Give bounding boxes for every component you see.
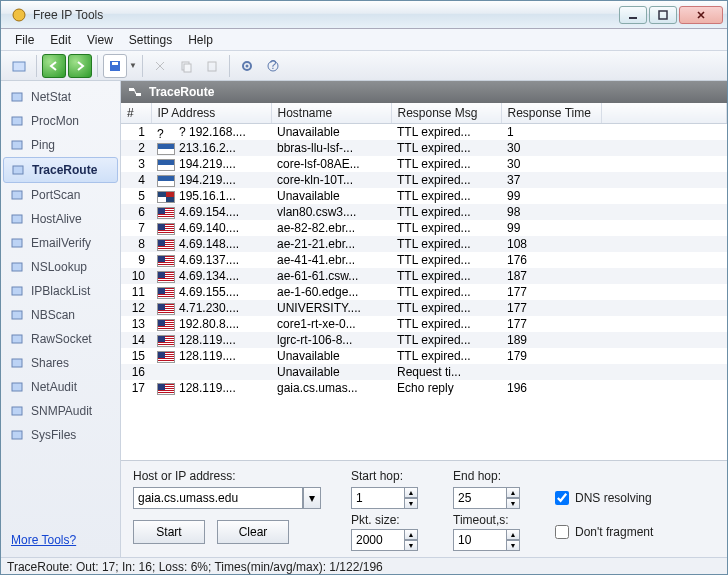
menu-help[interactable]: Help	[180, 31, 221, 49]
copy-icon[interactable]	[174, 54, 198, 78]
pkt-size-input[interactable]	[351, 529, 405, 551]
cell-ip: 194.219....	[151, 172, 271, 188]
cell-msg: Echo reply	[391, 380, 501, 396]
table-row[interactable]: 114.69.155....ae-1-60.edge...TTL expired…	[121, 284, 727, 300]
traceroute-icon	[127, 84, 143, 100]
host-dropdown-icon[interactable]: ▾	[303, 487, 321, 509]
dns-checkbox[interactable]	[555, 491, 569, 505]
back-button[interactable]	[42, 54, 66, 78]
cut-icon[interactable]	[148, 54, 172, 78]
sidebar-item-ping[interactable]: Ping	[3, 133, 118, 157]
forward-button[interactable]	[68, 54, 92, 78]
fragment-checkbox-row[interactable]: Don't fragment	[555, 525, 715, 539]
save-button[interactable]	[103, 54, 127, 78]
sidebar-item-label: ProcMon	[31, 114, 79, 128]
cell-time: 1	[501, 124, 601, 141]
col-time[interactable]: Response Time	[501, 103, 601, 124]
table-row[interactable]: 13192.80.8....core1-rt-xe-0...TTL expire…	[121, 316, 727, 332]
save-dropdown-icon[interactable]: ▼	[129, 61, 137, 70]
maximize-button[interactable]	[649, 6, 677, 24]
clear-button[interactable]: Clear	[217, 520, 289, 544]
close-button[interactable]	[679, 6, 723, 24]
sidebar-item-nbscan[interactable]: NBScan	[3, 303, 118, 327]
gear-icon[interactable]	[235, 54, 259, 78]
sidebar-item-label: HostAlive	[31, 212, 82, 226]
col-ip[interactable]: IP Address	[151, 103, 271, 124]
table-row[interactable]: 5195.16.1...UnavailableTTL expired...99	[121, 188, 727, 204]
host-input[interactable]	[133, 487, 303, 509]
home-icon[interactable]	[7, 54, 31, 78]
sidebar-item-rawsocket[interactable]: RawSocket	[3, 327, 118, 351]
cell-msg: TTL expired...	[391, 284, 501, 300]
paste-icon[interactable]	[200, 54, 224, 78]
menu-settings[interactable]: Settings	[121, 31, 180, 49]
col-number[interactable]: #	[121, 103, 151, 124]
timeout-down[interactable]: ▼	[506, 540, 520, 551]
svg-rect-17	[12, 191, 22, 199]
pkt-down[interactable]: ▼	[404, 540, 418, 551]
sidebar-item-label: PortScan	[31, 188, 80, 202]
sidebar-item-netaudit[interactable]: NetAudit	[3, 375, 118, 399]
start-hop-input[interactable]	[351, 487, 405, 509]
col-host[interactable]: Hostname	[271, 103, 391, 124]
table-row[interactable]: 17128.119....gaia.cs.umas...Echo reply19…	[121, 380, 727, 396]
table-row[interactable]: 64.69.154....vlan80.csw3....TTL expired.…	[121, 204, 727, 220]
end-hop-up[interactable]: ▲	[506, 487, 520, 498]
sidebar-item-ipblacklist[interactable]: IPBlackList	[3, 279, 118, 303]
timeout-up[interactable]: ▲	[506, 529, 520, 540]
content: TraceRoute # IP Address Hostname Respons…	[121, 81, 727, 557]
table-row[interactable]: 2213.16.2...bbras-llu-lsf-...TTL expired…	[121, 140, 727, 156]
sidebar-icon	[9, 113, 25, 129]
cell-msg: TTL expired...	[391, 332, 501, 348]
cell-n: 13	[121, 316, 151, 332]
table-row[interactable]: 15128.119....UnavailableTTL expired...17…	[121, 348, 727, 364]
table-row[interactable]: 124.71.230....UNIVERSITY....TTL expired.…	[121, 300, 727, 316]
more-tools-link[interactable]: More Tools?	[3, 527, 118, 553]
pkt-up[interactable]: ▲	[404, 529, 418, 540]
svg-rect-28	[129, 88, 134, 91]
table-row[interactable]: 3194.219....core-lsf-08AE...TTL expired.…	[121, 156, 727, 172]
table-row[interactable]: 1?? 192.168....UnavailableTTL expired...…	[121, 124, 727, 141]
flag-icon	[157, 143, 175, 155]
end-hop-input[interactable]	[453, 487, 507, 509]
menu-edit[interactable]: Edit	[42, 31, 79, 49]
table-row[interactable]: 104.69.134....ae-61-61.csw...TTL expired…	[121, 268, 727, 284]
dns-checkbox-row[interactable]: DNS resolving	[555, 491, 715, 505]
sidebar-item-shares[interactable]: Shares	[3, 351, 118, 375]
menu-view[interactable]: View	[79, 31, 121, 49]
start-button[interactable]: Start	[133, 520, 205, 544]
table-row[interactable]: 94.69.137....ae-41-41.ebr...TTL expired.…	[121, 252, 727, 268]
fragment-checkbox[interactable]	[555, 525, 569, 539]
cell-host: Unavailable	[271, 364, 391, 380]
sidebar-item-nslookup[interactable]: NSLookup	[3, 255, 118, 279]
menu-bar: File Edit View Settings Help	[1, 29, 727, 51]
sidebar-icon	[9, 307, 25, 323]
cell-ip: ?? 192.168....	[151, 124, 271, 141]
cell-host: lgrc-rt-106-8...	[271, 332, 391, 348]
sidebar-item-sysfiles[interactable]: SysFiles	[3, 423, 118, 447]
sidebar-item-traceroute[interactable]: TraceRoute	[3, 157, 118, 183]
cell-ip: 4.69.134....	[151, 268, 271, 284]
cell-time: 108	[501, 236, 601, 252]
sidebar-item-portscan[interactable]: PortScan	[3, 183, 118, 207]
start-hop-up[interactable]: ▲	[404, 487, 418, 498]
help-icon[interactable]: ?	[261, 54, 285, 78]
sidebar-item-procmon[interactable]: ProcMon	[3, 109, 118, 133]
cell-time: 177	[501, 316, 601, 332]
table-row[interactable]: 16UnavailableRequest ti...	[121, 364, 727, 380]
start-hop-down[interactable]: ▼	[404, 498, 418, 509]
sidebar-item-netstat[interactable]: NetStat	[3, 85, 118, 109]
cell-host: ae-21-21.ebr...	[271, 236, 391, 252]
end-hop-down[interactable]: ▼	[506, 498, 520, 509]
minimize-button[interactable]	[619, 6, 647, 24]
col-msg[interactable]: Response Msg	[391, 103, 501, 124]
table-row[interactable]: 14128.119....lgrc-rt-106-8...TTL expired…	[121, 332, 727, 348]
timeout-input[interactable]	[453, 529, 507, 551]
table-row[interactable]: 4194.219....core-kln-10T...TTL expired..…	[121, 172, 727, 188]
table-row[interactable]: 84.69.148....ae-21-21.ebr...TTL expired.…	[121, 236, 727, 252]
sidebar-item-emailverify[interactable]: EmailVerify	[3, 231, 118, 255]
sidebar-item-snmpaudit[interactable]: SNMPAudit	[3, 399, 118, 423]
menu-file[interactable]: File	[7, 31, 42, 49]
sidebar-item-hostalive[interactable]: HostAlive	[3, 207, 118, 231]
table-row[interactable]: 74.69.140....ae-82-82.ebr...TTL expired.…	[121, 220, 727, 236]
